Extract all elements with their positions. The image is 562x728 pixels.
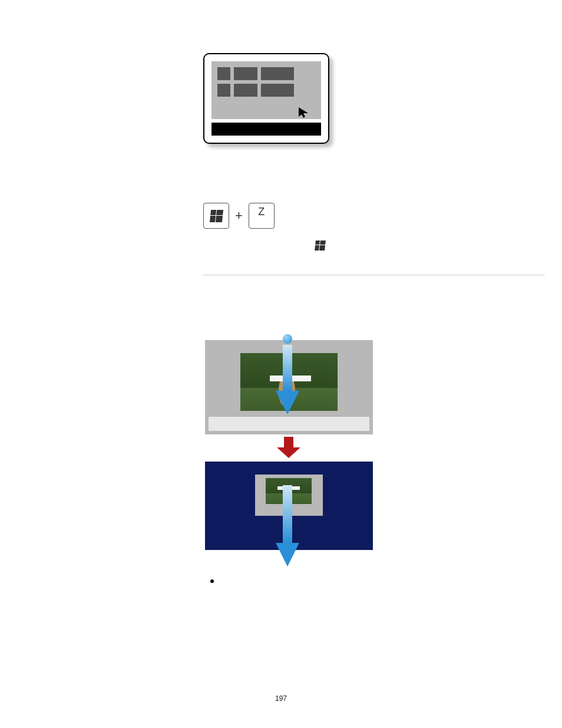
- app-footer: [209, 417, 369, 431]
- windows-icon: [315, 241, 326, 251]
- svg-rect-5: [283, 485, 292, 543]
- arrow-down-icon: [273, 345, 302, 416]
- drag-down-arrow: [273, 485, 302, 570]
- section-divider: [203, 275, 545, 275]
- windows-logo-icon: [209, 210, 223, 222]
- tile-icon: [234, 84, 257, 97]
- tile-icon: [261, 84, 294, 97]
- key-label: Z: [258, 206, 265, 218]
- windows-logo-icon: [315, 241, 326, 251]
- tile-icon: [261, 67, 294, 80]
- touch-point-icon: [283, 334, 292, 344]
- tile-icon: [234, 67, 257, 80]
- windows-key: [203, 203, 229, 229]
- svg-rect-3: [284, 437, 293, 447]
- bullet-icon: [210, 579, 214, 583]
- page-number: 197: [0, 694, 562, 703]
- tile-icon: [217, 84, 230, 97]
- svg-marker-2: [276, 391, 299, 414]
- svg-rect-1: [283, 345, 292, 391]
- plus-icon: +: [235, 208, 243, 223]
- tile-icon: [217, 67, 230, 80]
- page-content: + Z: [203, 53, 545, 583]
- arrow-down-icon: [273, 485, 302, 568]
- monitor-screen: [211, 61, 321, 119]
- step-arrow-icon: [276, 437, 302, 458]
- list-item: [203, 579, 545, 583]
- z-key: Z: [249, 203, 275, 229]
- app-bar: [211, 123, 321, 136]
- svg-marker-0: [299, 107, 308, 118]
- svg-marker-4: [277, 447, 300, 458]
- monitor-illustration: [203, 53, 329, 144]
- close-app-diagram: [203, 340, 374, 550]
- keyboard-shortcut: + Z: [203, 203, 545, 229]
- svg-marker-6: [276, 543, 299, 566]
- drag-start-indicator: [273, 334, 302, 418]
